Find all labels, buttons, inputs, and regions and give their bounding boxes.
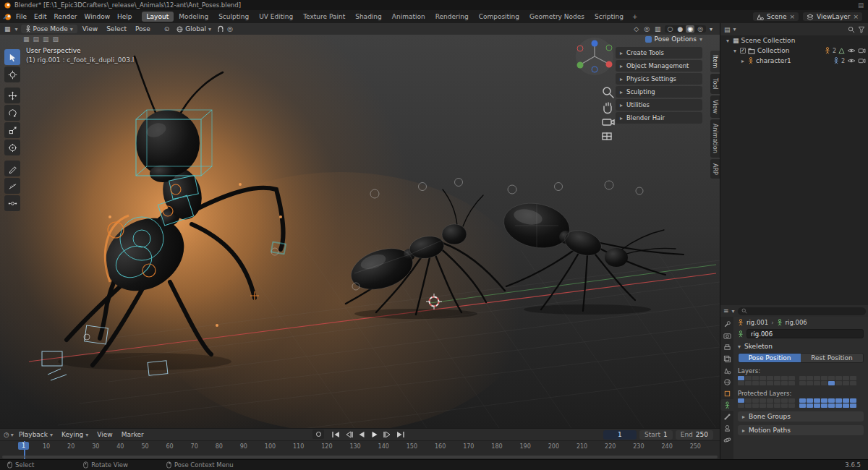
show-gizmo-icon[interactable]: ◇ (632, 25, 640, 33)
layer-toggle[interactable] (788, 403, 795, 408)
layer-toggle[interactable] (745, 381, 752, 385)
layer-toggle[interactable] (774, 398, 780, 403)
tool-move[interactable] (4, 87, 20, 103)
skeleton-panel-header[interactable]: ▾ Skeleton (738, 343, 864, 350)
timeline-scrollbar[interactable] (2, 456, 718, 458)
properties-tab-view-layer[interactable] (720, 353, 733, 364)
filter-icon[interactable] (858, 26, 865, 33)
layer-toggle[interactable] (781, 398, 788, 403)
end-frame-field[interactable]: End 250 (676, 430, 713, 440)
view-menu[interactable]: View (79, 25, 101, 33)
layer-toggle[interactable] (835, 381, 842, 385)
disclosure-icon[interactable]: ▾ (732, 48, 738, 54)
viewlayer-selector[interactable]: ViewLayer × (803, 12, 862, 21)
layer-toggle[interactable] (767, 398, 773, 403)
layer-toggle[interactable] (781, 381, 788, 385)
shading-options-caret[interactable]: ▾ (708, 26, 714, 33)
layer-toggle[interactable] (745, 376, 752, 380)
layer-toggle[interactable] (781, 403, 788, 408)
layer-toggle[interactable] (745, 398, 752, 403)
properties-tab-bone-constraint[interactable] (720, 422, 733, 434)
datablock-name-input[interactable] (746, 329, 864, 338)
layer-toggle[interactable] (843, 398, 849, 403)
workspace-tab-rendering[interactable]: Rendering (430, 12, 474, 22)
panel-section-physics-settings[interactable]: ▸Physics Settings (616, 73, 702, 85)
layer-toggle[interactable] (814, 398, 820, 403)
layer-toggle[interactable] (760, 403, 766, 408)
layer-toggle[interactable] (760, 381, 766, 385)
keying-menu[interactable]: Keying▾ (58, 431, 92, 438)
layer-toggle[interactable] (767, 381, 773, 385)
unlink-scene-icon[interactable]: × (789, 13, 795, 20)
layer-toggle[interactable] (760, 376, 766, 380)
shading-solid-icon[interactable]: ● (676, 25, 684, 33)
bone-groups-panel-header[interactable]: ▸ Bone Groups (738, 411, 864, 422)
properties-search-input[interactable] (738, 307, 866, 315)
play-reverse-button[interactable] (355, 430, 367, 439)
outliner-type-caret[interactable]: ▾ (733, 26, 736, 33)
properties-tab-render[interactable] (720, 330, 733, 341)
layer-toggle[interactable] (828, 398, 835, 403)
layer-toggle[interactable] (774, 381, 780, 385)
layer-toggle[interactable] (799, 398, 806, 403)
layer-toggle[interactable] (807, 376, 813, 380)
layer-toggle[interactable] (850, 376, 856, 380)
menu-window[interactable]: Window (81, 12, 114, 21)
properties-tab-world[interactable] (720, 376, 733, 388)
layer-toggle[interactable] (814, 403, 820, 408)
pose-position-button[interactable]: Pose Position (739, 354, 801, 362)
layer-toggle[interactable] (821, 398, 827, 403)
layer-toggle[interactable] (760, 398, 766, 403)
layer-toggle[interactable] (821, 403, 827, 408)
select-menu[interactable]: Select (103, 25, 130, 33)
search-icon[interactable] (848, 26, 855, 33)
layer-toggle[interactable] (807, 403, 813, 408)
blender-logo-icon[interactable] (3, 13, 12, 21)
layer-toggle[interactable] (821, 376, 827, 380)
proportional-editing-icon[interactable]: ◎ (226, 25, 234, 33)
layer-toggle[interactable] (752, 398, 759, 403)
window-menu-icon[interactable]: ▤ (858, 1, 864, 9)
playhead-frame-badge[interactable]: 1 (18, 442, 29, 450)
viewport-canvas[interactable] (0, 35, 720, 428)
breadcrumb-object[interactable]: rig.001 (746, 319, 768, 326)
layer-toggle[interactable] (738, 376, 744, 380)
layer-toggle[interactable] (774, 403, 780, 408)
layer-toggle[interactable] (781, 376, 788, 380)
panel-section-object-management[interactable]: ▸Object Management (616, 60, 702, 72)
properties-type-icon[interactable]: ≡ (723, 307, 729, 315)
editor-type-icon[interactable]: ▦ (3, 25, 12, 33)
overlays-icon[interactable]: ◎ (642, 25, 651, 33)
tool-settings-icon-1[interactable]: ▦ (23, 35, 30, 43)
workspace-tab-scripting[interactable]: Scripting (590, 12, 629, 22)
outliner-type-icon[interactable]: ▤ (724, 26, 731, 33)
tool-cursor[interactable] (4, 67, 20, 82)
layer-toggle[interactable] (807, 398, 813, 403)
prev-keyframe-button[interactable] (342, 430, 354, 439)
workspace-tab-uv-editing[interactable]: UV Editing (254, 12, 298, 22)
pose-menu[interactable]: Pose (132, 25, 154, 33)
menu-render[interactable]: Render (51, 12, 81, 21)
scene-selector[interactable]: Scene × (753, 12, 799, 21)
sidebar-tab-view[interactable]: View (710, 95, 720, 118)
layer-toggle[interactable] (752, 381, 759, 385)
disclosure-icon[interactable]: ▸ (740, 58, 746, 64)
timeline-type-caret[interactable]: ▾ (11, 432, 14, 438)
layer-toggle[interactable] (799, 381, 806, 385)
pivot-point-icon[interactable]: ⊙ (163, 25, 171, 33)
layer-toggle[interactable] (850, 403, 856, 408)
orientation-selector[interactable]: Global ▾ (172, 25, 216, 33)
layer-toggle[interactable] (788, 398, 795, 403)
pose-options-dropdown[interactable]: Pose Options ▾ (645, 35, 702, 43)
layer-toggle[interactable] (807, 381, 813, 385)
disclosure-icon[interactable]: ▾ (725, 38, 731, 44)
layer-toggle[interactable] (821, 381, 827, 385)
layer-toggle[interactable] (814, 381, 820, 385)
start-frame-field[interactable]: Start 1 (639, 430, 673, 440)
timeline-ruler[interactable]: 1102030405060708090100110120130140150160… (0, 440, 720, 459)
breadcrumb-data[interactable]: rig.006 (786, 319, 807, 326)
workspace-tab-texture-paint[interactable]: Texture Paint (298, 12, 350, 22)
navigation-gizmo[interactable] (576, 38, 613, 75)
workspace-tab-compositing[interactable]: Compositing (474, 12, 524, 22)
tool-rotate[interactable] (4, 105, 20, 121)
